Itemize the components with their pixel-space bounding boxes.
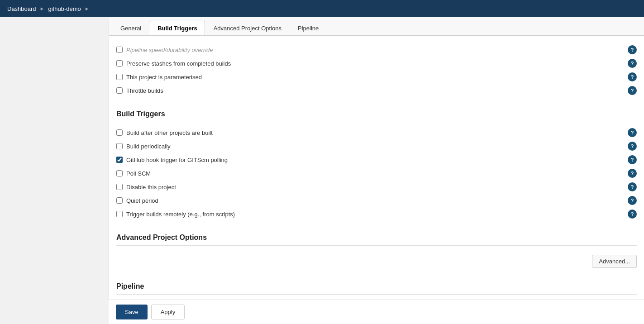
label-quiet-period: Quiet period	[126, 197, 158, 204]
tab-pipeline[interactable]: Pipeline	[290, 21, 326, 35]
checkbox-quiet-period[interactable]	[116, 197, 123, 204]
label-trigger-remotely: Trigger builds remotely (e.g., from scri…	[126, 211, 235, 218]
help-disable-project[interactable]: ?	[628, 182, 637, 191]
checkbox-row-build-after: Build after other projects are built ?	[116, 126, 637, 139]
content-body: Pipeline speed/durability override ? Pre…	[109, 43, 644, 324]
label-preserve-stashes: Preserve stashes from completed builds	[126, 60, 231, 67]
checkbox-build-periodically[interactable]	[116, 143, 123, 149]
dashboard-link[interactable]: Dashboard	[7, 5, 36, 12]
advanced-project-options-header: Advanced Project Options	[116, 228, 637, 246]
checkbox-row-disable-project: Disable this project ?	[116, 180, 637, 194]
top-bar: Dashboard ► github-demo ►	[0, 0, 644, 17]
help-parameterised[interactable]: ?	[628, 72, 637, 81]
checkbox-preserve-stashes[interactable]	[116, 60, 123, 67]
advanced-button[interactable]: Advanced...	[592, 255, 637, 268]
tab-advanced-project-options[interactable]: Advanced Project Options	[206, 21, 289, 35]
sidebar	[0, 17, 109, 324]
breadcrumb-chevron-2: ►	[85, 6, 90, 11]
label-github-hook: GitHub hook trigger for GITScm polling	[126, 157, 228, 163]
advanced-section-content: Advanced...	[116, 249, 637, 273]
help-build-after[interactable]: ?	[628, 128, 637, 137]
tab-general[interactable]: General	[113, 21, 149, 35]
checkbox-row-pipeline-speed: Pipeline speed/durability override ?	[116, 43, 637, 57]
checkbox-trigger-remotely[interactable]	[116, 211, 123, 217]
checkbox-row-throttle: Throttle builds ?	[116, 84, 637, 97]
label-disable-project: Disable this project	[126, 184, 176, 191]
checkbox-disable-project[interactable]	[116, 184, 123, 190]
label-poll-scm: Poll SCM	[126, 170, 151, 177]
help-build-periodically[interactable]: ?	[628, 142, 637, 151]
help-pipeline-speed[interactable]: ?	[628, 45, 637, 54]
apply-button[interactable]: Apply	[151, 305, 185, 319]
general-options-section: Pipeline speed/durability override ? Pre…	[116, 43, 637, 97]
checkbox-poll-scm[interactable]	[116, 170, 123, 176]
checkbox-row-parameterised: This project is parameterised ?	[116, 70, 637, 84]
help-quiet-period[interactable]: ?	[628, 196, 637, 205]
label-pipeline-speed: Pipeline speed/durability override	[126, 47, 213, 53]
checkbox-github-hook[interactable]	[116, 157, 123, 163]
help-poll-scm[interactable]: ?	[628, 169, 637, 178]
save-button[interactable]: Save	[116, 305, 148, 319]
checkbox-row-trigger-remotely: Trigger builds remotely (e.g., from scri…	[116, 207, 637, 221]
help-trigger-remotely[interactable]: ?	[628, 210, 637, 219]
build-triggers-header: Build Triggers	[116, 105, 637, 122]
tabs-container: General Build Triggers Advanced Project …	[109, 17, 644, 36]
help-github-hook[interactable]: ?	[628, 155, 637, 164]
checkbox-pipeline-speed[interactable]	[116, 47, 123, 53]
checkbox-row-quiet-period: Quiet period ?	[116, 194, 637, 207]
checkbox-row-poll-scm: Poll SCM ?	[116, 167, 637, 180]
label-build-after: Build after other projects are built	[126, 129, 213, 136]
help-preserve-stashes[interactable]: ?	[628, 59, 637, 68]
help-throttle[interactable]: ?	[628, 86, 637, 95]
label-throttle: Throttle builds	[126, 87, 163, 94]
breadcrumb-chevron-1: ►	[40, 6, 45, 11]
checkbox-row-github-hook: GitHub hook trigger for GITScm polling ?	[116, 153, 637, 167]
checkbox-parameterised[interactable]	[116, 74, 123, 80]
project-link[interactable]: github-demo	[48, 5, 81, 12]
label-build-periodically: Build periodically	[126, 143, 171, 150]
pipeline-header: Pipeline	[116, 277, 637, 295]
build-triggers-section: Build Triggers Build after other project…	[116, 105, 637, 221]
tab-build-triggers[interactable]: Build Triggers	[150, 21, 205, 35]
label-parameterised: This project is parameterised	[126, 74, 202, 81]
checkbox-build-after[interactable]	[116, 129, 123, 136]
checkbox-row-build-periodically: Build periodically ?	[116, 139, 637, 153]
advanced-project-options-section: Advanced Project Options Advanced...	[116, 228, 637, 273]
content-area: General Build Triggers Advanced Project …	[109, 17, 644, 324]
checkbox-row-preserve-stashes: Preserve stashes from completed builds ?	[116, 57, 637, 70]
checkbox-throttle[interactable]	[116, 87, 123, 94]
bottom-bar: Save Apply	[109, 300, 644, 324]
